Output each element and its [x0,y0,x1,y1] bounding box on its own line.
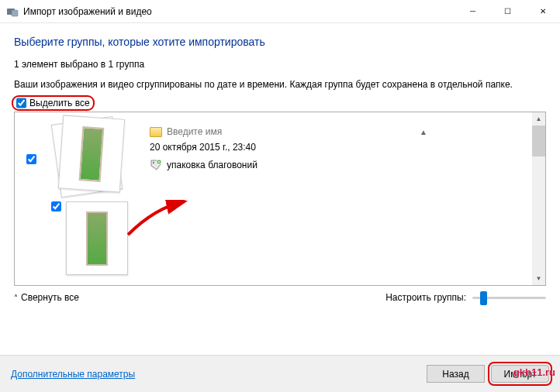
select-all-label: Выделить все [29,98,90,108]
scroll-up-button[interactable]: ▲ [532,112,545,126]
add-tag-icon[interactable] [150,159,162,171]
scrollbar[interactable]: ▲ ▼ [532,112,545,285]
titlebar: Импорт изображений и видео ─ ☐ ✕ [0,0,560,23]
minimize-button[interactable]: ─ [455,0,490,23]
collapse-all-label: Свернуть все [21,292,79,303]
group-slider[interactable] [472,297,546,299]
selection-status: 1 элемент выбрано в 1 группа [14,59,546,70]
svg-rect-1 [12,10,18,16]
maximize-button[interactable]: ☐ [490,0,525,23]
page-heading: Выберите группы, которые хотите импортир… [14,36,546,48]
slider-thumb[interactable] [480,291,487,305]
collapse-all-link[interactable]: ˄ Свернуть все [14,292,79,303]
scroll-track[interactable] [532,126,545,272]
group-tag: упаковка благовоний [167,160,258,170]
group-name-input[interactable] [167,126,322,137]
more-params-link[interactable]: Дополнительные параметры [11,369,135,380]
scroll-down-button[interactable]: ▼ [532,272,545,285]
back-button[interactable]: Назад [427,365,485,383]
svg-point-2 [153,162,154,163]
folder-icon [150,127,162,137]
select-all-checkbox[interactable] [16,98,26,108]
footer: Дополнительные параметры Назад Импорт [0,355,560,392]
group-date: 20 октября 2015 г., 23:40 [150,142,527,153]
group-thumbnail-stack[interactable] [53,117,126,198]
item-thumbnail[interactable] [66,201,128,275]
window-title: Импорт изображений и видео [23,6,455,17]
collapse-icon[interactable]: ▲ [420,128,427,136]
group-list: ▲ 20 октября 2015 г., 23:40 упаковка бла… [14,112,546,286]
description-text: Ваши изображения и видео сгруппированы п… [14,79,546,90]
item-checkbox[interactable] [51,201,61,211]
group-row: ▲ 20 октября 2015 г., 23:40 упаковка бла… [19,117,527,275]
scroll-thumb[interactable] [532,126,545,156]
app-icon [6,5,19,18]
group-checkbox[interactable] [26,154,36,164]
chevron-up-icon: ˄ [14,294,18,302]
close-button[interactable]: ✕ [525,0,560,23]
import-button[interactable]: Импорт [491,365,549,383]
select-all-highlight: Выделить все [14,98,92,108]
adjust-groups-label: Настроить группы: [385,292,466,303]
